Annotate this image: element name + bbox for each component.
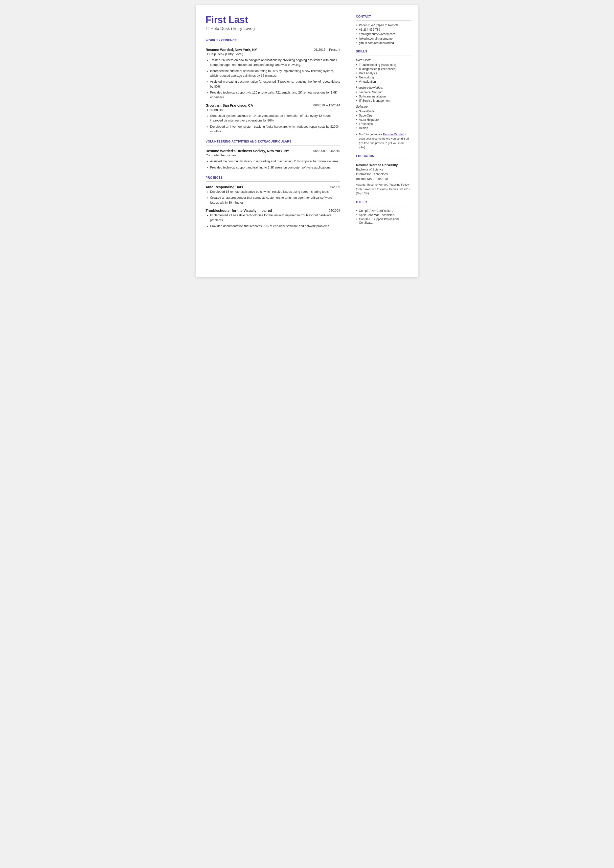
right-column: CONTACT Phoenix, AZ (Open to Remote) +1-… (349, 5, 419, 277)
software-skill-4: Dezide (356, 126, 411, 130)
project-2: Troubleshooter for the Visually Impaired… (206, 209, 340, 228)
hard-skill-1: IT diagnostics (Experienced) (356, 67, 411, 71)
edu-awards: Awards: Resume Worded Teaching Fellow (o… (356, 183, 411, 196)
job-1-bullet-2: Increased the customer satisfaction rati… (210, 69, 340, 78)
left-column: First Last IT Help Desk (Entry Level) WO… (196, 5, 349, 277)
industry-skill-1: Software Installation (356, 95, 411, 98)
skills-label: SKILLS (356, 50, 411, 53)
volunteer-1-bullet-2: Provided technical support and training … (210, 165, 340, 170)
project-2-bullet-2: Provided documentation that resolves 95%… (210, 224, 340, 228)
project-1: Auto Responding Bots 05/2009 Developed 1… (206, 185, 340, 205)
job-1-bullet-1: Trained 2K users on how to navigate appl… (210, 58, 340, 68)
project-1-bullets: Developed 15 remote assistance bots, whi… (210, 189, 340, 205)
project-1-date: 05/2009 (329, 185, 340, 189)
other-section: OTHER CompTIA A+ Certification. AppleCar… (356, 200, 411, 224)
job-1-bullet-4: Provided technical support via 120 phone… (210, 90, 340, 100)
contact-item-4: github.com/resumeworded (356, 41, 411, 45)
volunteer-1-bullet-1: Assisted the community library in upgrad… (210, 159, 340, 164)
volunteer-1-bullets: Assisted the community library in upgrad… (210, 159, 340, 170)
job-2-role: IT Technician (206, 108, 340, 112)
industry-label: Industry Knowledge: (356, 86, 411, 89)
software-label: Software: (356, 105, 411, 109)
software-skill-3: Freshdesk (356, 122, 411, 126)
job-2-header: Growthsi, San Francisco, CA 06/2010 – 12… (206, 103, 340, 107)
job-2-bullet-2: Developed an inventory system tracking f… (210, 124, 340, 134)
volunteer-1-header: Resume Worded's Business Society, New Yo… (206, 149, 340, 153)
education-label: EDUCATION (356, 154, 411, 158)
other-label: OTHER (356, 200, 411, 204)
job-1: Resume Worded, New York, NY 01/2015 – Pr… (206, 48, 340, 100)
edu-field: Information Technology (356, 172, 411, 177)
edu-school: Resume Worded University (356, 163, 411, 167)
project-1-header: Auto Responding Bots 05/2009 (206, 185, 340, 189)
job-2-company: Growthsi, San Francisco, CA (206, 103, 253, 107)
hard-skill-3: Networking (356, 76, 411, 79)
project-1-title: Auto Responding Bots (206, 185, 243, 189)
project-2-header: Troubleshooter for the Visually Impaired… (206, 209, 340, 213)
project-2-title: Troubleshooter for the Visually Impaired (206, 209, 272, 213)
volunteering-label: VOLUNTEERING ACTIVITIES AND EXTRACURRICU… (206, 140, 340, 143)
tip-link[interactable]: Resume Worded (383, 133, 404, 136)
other-item-2: Google IT Support Professional Certifica… (356, 217, 411, 224)
software-skill-0: SolarWinds (356, 110, 411, 113)
job-1-header: Resume Worded, New York, NY 01/2015 – Pr… (206, 48, 340, 52)
hard-skill-0: Troubleshooting (Advanced) (356, 63, 411, 67)
contact-item-2: email@resumeworded.com (356, 33, 411, 36)
work-divider (206, 44, 340, 44)
resume-page: First Last IT Help Desk (Entry Level) WO… (196, 5, 419, 277)
projects-label: PROJECTS (206, 176, 340, 179)
volunteer-1-role: Computer Technician (206, 154, 340, 157)
skill-tip: Don't forget to use Resume Worded to sca… (356, 132, 411, 149)
contact-section: CONTACT Phoenix, AZ (Open to Remote) +1-… (356, 15, 411, 45)
job-2-bullets: Conducted system backups on 14 servers a… (210, 113, 340, 134)
industry-skill-2: IT Service Management (356, 99, 411, 102)
volunteering-divider (206, 145, 340, 146)
contact-item-1: +1-234-456-789 (356, 28, 411, 31)
job-1-dates: 01/2015 – Present (314, 48, 340, 51)
hard-skills-label: Hard Skills: (356, 58, 411, 62)
other-divider (356, 206, 411, 206)
job-1-role: IT Help Desk (Entry Level) (206, 52, 340, 56)
edu-location-date: Boston, MA — 05/2010 (356, 177, 411, 182)
project-2-date: 04/2009 (329, 209, 340, 212)
hard-skill-2: Data Analysis (356, 71, 411, 75)
work-experience-label: WORK EXPERIENCE (206, 39, 340, 42)
job-title: IT Help Desk (Entry Level) (206, 26, 340, 31)
hard-skill-4: Virtualization (356, 80, 411, 83)
volunteer-1: Resume Worded's Business Society, New Yo… (206, 149, 340, 170)
other-item-1: AppleCare Mac Technician. (356, 213, 411, 217)
edu-degree: Bachelor of Science (356, 167, 411, 172)
contact-item-0: Phoenix, AZ (Open to Remote) (356, 23, 411, 27)
industry-skill-0: Technical Support (356, 90, 411, 94)
name: First Last (206, 15, 340, 25)
volunteer-1-company: Resume Worded's Business Society, New Yo… (206, 149, 289, 153)
job-1-company: Resume Worded, New York, NY (206, 48, 257, 52)
education-section: EDUCATION Resume Worded University Bache… (356, 154, 411, 196)
contact-label: CONTACT (356, 15, 411, 18)
contact-item-3: linkedin.com/in/username (356, 37, 411, 40)
job-2-dates: 06/2010 – 12/2014 (313, 103, 340, 107)
other-item-0: CompTIA A+ Certification. (356, 209, 411, 213)
job-2-bullet-1: Conducted system backups on 14 servers a… (210, 113, 340, 123)
job-1-bullets: Trained 2K users on how to navigate appl… (210, 58, 340, 100)
software-skill-1: SuperOps (356, 114, 411, 117)
project-1-bullet-1: Developed 15 remote assistance bots, whi… (210, 189, 340, 194)
skills-section: SKILLS Hard Skills: Troubleshooting (Adv… (356, 50, 411, 149)
project-2-bullets: Implemented 21 assistive technologies fo… (210, 213, 340, 228)
project-1-bullet-2: Created an autoresponder that connects c… (210, 196, 340, 205)
software-skill-2: Atera Helpdesk (356, 118, 411, 121)
job-2: Growthsi, San Francisco, CA 06/2010 – 12… (206, 103, 340, 134)
volunteer-1-dates: 06/2009 – 04/2010 (313, 149, 340, 153)
skills-divider (356, 55, 411, 56)
project-2-bullet-1: Implemented 21 assistive technologies fo… (210, 213, 340, 223)
job-1-bullet-3: Assisted in creating documentation for e… (210, 79, 340, 89)
